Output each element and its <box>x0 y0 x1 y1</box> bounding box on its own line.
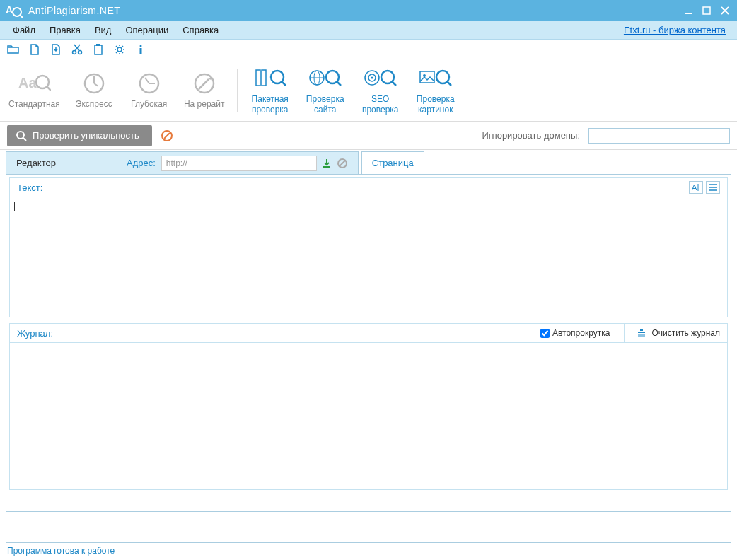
etxt-link[interactable]: Etxt.ru - биржа контента <box>624 25 731 35</box>
svg-point-39 <box>371 77 373 79</box>
clear-log-label: Очистить журнал <box>651 328 720 338</box>
download-icon[interactable] <box>321 158 332 169</box>
menu-operations[interactable]: Операции <box>118 22 175 38</box>
app-title: AntiPlagiarism.NET <box>28 5 682 16</box>
mode-express-label: Экспресс <box>76 99 112 109</box>
svg-rect-12 <box>96 44 100 46</box>
svg-rect-15 <box>140 48 142 54</box>
minimize-button[interactable] <box>682 4 695 17</box>
ignore-domains-input[interactable] <box>588 128 730 144</box>
checkbar: Проверить уникальность Игнорировать доме… <box>0 122 737 150</box>
ignore-domains-label: Игнорировать домены: <box>482 130 580 141</box>
image-check[interactable]: Проверка картинок <box>414 66 457 115</box>
log-panel-header: Журнал: Автопрокрутка Очистить журнал <box>9 323 728 343</box>
tabs-area: Редактор Адрес: Страница <box>0 150 737 174</box>
text-label: Текст: <box>17 182 42 193</box>
ribbon: Aa Стандартная Экспресс Глубокая На рера… <box>0 59 737 122</box>
stop-icon[interactable] <box>161 129 173 142</box>
batch-check[interactable]: Пакетная проверка <box>249 66 291 115</box>
svg-line-41 <box>392 81 396 86</box>
svg-line-18 <box>47 86 51 91</box>
paste-icon[interactable] <box>92 43 105 56</box>
text-format-icon[interactable]: A <box>689 181 703 194</box>
mode-deep-label: Глубокая <box>131 99 167 109</box>
batch-check-icon <box>253 66 287 91</box>
status-text: Программа готова к работе <box>0 544 737 560</box>
svg-line-21 <box>94 83 98 86</box>
check-button-label: Проверить уникальность <box>33 130 139 141</box>
svg-rect-28 <box>256 70 260 86</box>
svg-line-26 <box>199 79 209 89</box>
log-area[interactable] <box>9 343 728 490</box>
svg-point-14 <box>140 45 142 47</box>
mode-standard-label: Стандартная <box>8 99 60 109</box>
site-check-label: Проверка сайта <box>306 94 344 115</box>
text-panel-header: Текст: A <box>9 177 728 197</box>
seo-check-label: SEO проверка <box>362 94 399 115</box>
text-list-icon[interactable] <box>706 181 720 194</box>
close-button[interactable] <box>719 4 731 17</box>
mode-express[interactable]: Экспресс <box>73 71 115 109</box>
svg-line-23 <box>145 78 149 83</box>
svg-line-31 <box>282 81 286 86</box>
svg-line-45 <box>447 81 451 86</box>
image-check-label: Проверка картинок <box>417 94 455 115</box>
check-uniqueness-button[interactable]: Проверить уникальность <box>7 125 152 146</box>
text-editor[interactable] <box>9 197 728 317</box>
tab-page-label: Страница <box>372 158 414 168</box>
svg-rect-4 <box>703 7 710 14</box>
address-input[interactable] <box>161 156 317 171</box>
maximize-button[interactable] <box>700 4 713 17</box>
mode-deep[interactable]: Глубокая <box>128 71 170 109</box>
ribbon-separator <box>237 69 238 112</box>
save-file-icon[interactable] <box>50 43 62 56</box>
statusbar: Программа готова к работе <box>0 532 737 560</box>
progress-bar <box>6 535 731 543</box>
clear-log-button[interactable]: Очистить журнал <box>624 324 720 342</box>
autoscroll-label: Автопрокрутка <box>552 328 610 338</box>
svg-rect-42 <box>420 71 434 83</box>
menu-edit[interactable]: Правка <box>42 22 88 38</box>
batch-check-label: Пакетная проверка <box>252 94 289 115</box>
svg-line-47 <box>23 138 26 141</box>
svg-point-13 <box>117 47 122 52</box>
mode-standard[interactable]: Aa Стандартная <box>8 71 60 109</box>
menu-help[interactable]: Справка <box>175 22 226 38</box>
new-file-icon[interactable] <box>28 43 41 56</box>
autoscroll-input[interactable] <box>540 329 550 338</box>
svg-rect-58 <box>640 329 643 331</box>
image-check-icon <box>419 66 453 91</box>
svg-text:A: A <box>6 4 13 16</box>
express-mode-icon <box>77 71 111 96</box>
seo-check[interactable]: SEO проверка <box>359 66 402 115</box>
log-label: Журнал: <box>17 328 53 339</box>
titlebar: A AntiPlagiarism.NET <box>0 0 737 21</box>
svg-line-52 <box>340 161 345 166</box>
site-check-icon <box>308 66 342 91</box>
menu-view[interactable]: Вид <box>88 22 119 38</box>
rewrite-mode-icon <box>187 71 221 96</box>
tab-page[interactable]: Страница <box>361 151 424 174</box>
deep-mode-icon <box>132 71 166 96</box>
svg-line-36 <box>337 81 341 86</box>
icon-toolbar <box>0 40 737 59</box>
menu-file[interactable]: Файл <box>6 22 42 38</box>
content-area: Текст: A Журнал: Автопрокрутка Очистить … <box>6 174 731 512</box>
svg-line-9 <box>75 45 80 51</box>
settings-icon[interactable] <box>113 43 126 56</box>
open-folder-icon[interactable] <box>7 43 20 56</box>
seo-check-icon <box>364 66 397 91</box>
site-check[interactable]: Проверка сайта <box>304 66 347 115</box>
svg-text:Aa: Aa <box>18 75 37 91</box>
autoscroll-checkbox[interactable]: Автопрокрутка <box>540 328 610 338</box>
menubar: Файл Правка Вид Операции Справка Etxt.ru… <box>0 21 737 40</box>
cancel-icon[interactable] <box>337 158 348 169</box>
svg-line-49 <box>164 133 170 139</box>
svg-point-46 <box>17 132 24 139</box>
svg-rect-29 <box>262 70 266 86</box>
mode-rewrite[interactable]: На рерайт <box>183 71 226 109</box>
svg-text:A: A <box>692 183 697 192</box>
cut-icon[interactable] <box>71 43 83 56</box>
tab-editor[interactable]: Редактор Адрес: <box>6 151 359 174</box>
info-icon[interactable] <box>134 43 147 56</box>
